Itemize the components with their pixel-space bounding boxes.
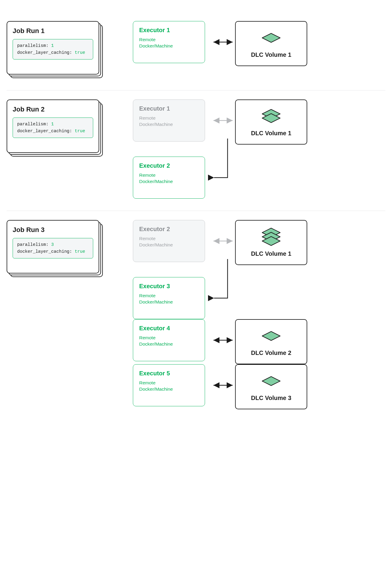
executor-card: Executor 3 RemoteDocker/Machine [133,277,205,319]
bidirectional-arrow-icon [211,99,235,142]
executor-title: Executor 5 [139,370,199,377]
svg-marker-8 [262,237,280,246]
bidirectional-arrow-icon [211,319,235,361]
dlc-volume-title: DLC Volume 1 [251,51,291,58]
layer-stack-icon [259,28,284,47]
executor-card: Executor 1 RemoteDocker/Machine [133,99,205,142]
executor-title: Executor 1 [139,105,199,112]
executor-subtitle: RemoteDocker/Machine [139,115,199,128]
dlc-volume-title: DLC Volume 1 [251,130,291,137]
dlc-volume-title: DLC Volume 1 [251,250,291,257]
svg-marker-4 [262,114,280,123]
svg-marker-1 [262,33,280,42]
executor-title: Executor 2 [139,226,199,233]
job-run-title: Job Run 2 [13,105,93,113]
diagram-section: Job Run 3 parallelism: 3 docker_layer_ca… [7,211,385,421]
executor-title: Executor 3 [139,283,199,290]
executor-card: Executor 2 RemoteDocker/Machine [133,220,205,262]
svg-marker-10 [262,331,280,340]
job-run-title: Job Run 1 [13,27,93,35]
diagram-section: Job Run 1 parallelism: 1 docker_layer_ca… [7,12,385,90]
dlc-volume-card: DLC Volume 1 [235,21,307,66]
job-config-code: parallelism: 3 docker_layer_caching: tru… [13,238,93,258]
layer-stack-icon [259,326,284,345]
layer-stack-icon [259,227,284,246]
diagram-section: Job Run 2 parallelism: 1 docker_layer_ca… [7,90,385,211]
elbow-arrow-icon [211,277,235,319]
bidirectional-arrow-icon [211,21,235,63]
job-config-code: parallelism: 1 docker_layer_caching: tru… [13,39,93,60]
dlc-volume-card: DLC Volume 1 [235,220,307,265]
layer-stack-icon [259,371,284,390]
executor-subtitle: RemoteDocker/Machine [139,293,199,305]
job-config-code: parallelism: 1 docker_layer_caching: tru… [13,118,93,138]
executor-card: Executor 5 RemoteDocker/Machine [133,364,205,406]
executor-card: Executor 1 RemoteDocker/Machine [133,21,205,63]
executor-subtitle: RemoteDocker/Machine [139,172,199,185]
executor-card: Executor 2 RemoteDocker/Machine [133,157,205,199]
executor-subtitle: RemoteDocker/Machine [139,236,199,248]
job-run-title: Job Run 3 [13,226,93,234]
executor-title: Executor 1 [139,27,199,34]
executor-subtitle: RemoteDocker/Machine [139,37,199,49]
dlc-volume-title: DLC Volume 3 [251,395,291,401]
executor-title: Executor 2 [139,162,199,169]
dlc-volume-title: DLC Volume 2 [251,350,291,356]
executor-subtitle: RemoteDocker/Machine [139,380,199,392]
executor-card: Executor 4 RemoteDocker/Machine [133,319,205,361]
layer-stack-icon [259,106,284,126]
dlc-volume-card: DLC Volume 3 [235,364,307,409]
bidirectional-arrow-icon [211,364,235,406]
executor-title: Executor 4 [139,325,199,332]
job-run-card: Job Run 3 parallelism: 3 docker_layer_ca… [7,220,103,277]
dlc-volume-card: DLC Volume 2 [235,319,307,364]
job-run-card: Job Run 2 parallelism: 1 docker_layer_ca… [7,99,103,157]
svg-marker-12 [262,377,280,386]
elbow-arrow-icon [211,157,235,199]
bidirectional-arrow-icon [211,220,235,262]
job-run-card: Job Run 1 parallelism: 1 docker_layer_ca… [7,21,103,78]
dlc-volume-card: DLC Volume 1 [235,99,307,145]
executor-subtitle: RemoteDocker/Machine [139,335,199,347]
